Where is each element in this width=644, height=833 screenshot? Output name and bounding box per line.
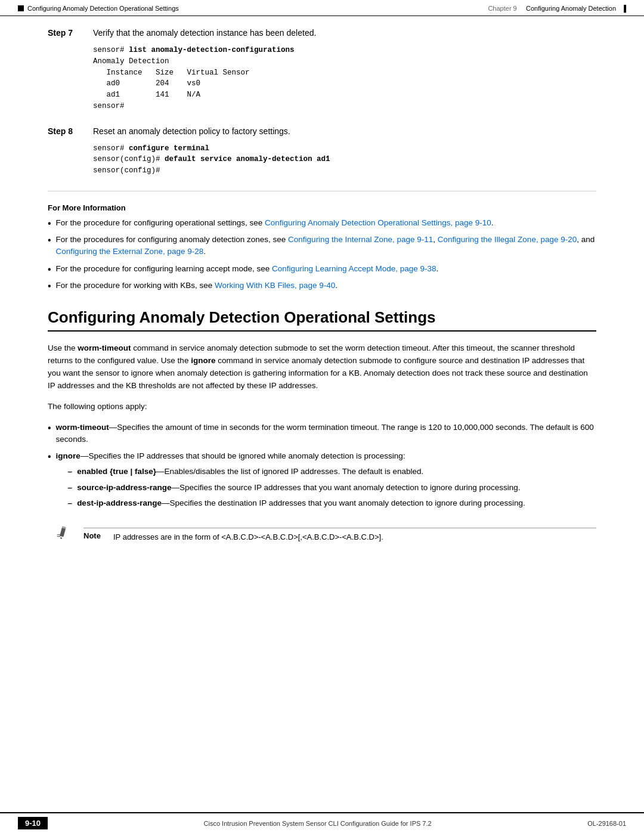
list-item-text: For the procedure for working with KBs, …	[56, 280, 338, 292]
note-icon-area	[48, 525, 78, 543]
bold-dest-ip: dest-ip-address-range	[77, 498, 162, 507]
page-container: Configuring Anomaly Detection Operationa…	[0, 0, 644, 833]
note-label: Note	[83, 531, 107, 540]
link-illegal-zone[interactable]: Configuring the Illegal Zone, page 9-20	[438, 235, 577, 244]
list-item-text: For the procedures for configuring anoma…	[56, 234, 596, 258]
step-7-label: Step 7	[48, 28, 83, 38]
code-line: sensor#	[93, 46, 129, 54]
section-heading: Configuring Anomaly Detection Operationa…	[48, 308, 596, 332]
ignore-text: ignore—Specifies the IP addresses that s…	[56, 450, 525, 513]
list-item: • For the procedures for configuring ano…	[48, 234, 596, 258]
step-8-label: Step 8	[48, 126, 83, 136]
step-8-block: Step 8 Reset an anomaly detection policy…	[48, 126, 596, 179]
note-label-wrap: Note IP addresses are in the form of <A.…	[83, 528, 596, 543]
for-more-title: For More Information	[48, 203, 596, 212]
bullet-icon: •	[48, 423, 51, 433]
following-options-para: The following options apply:	[48, 401, 596, 413]
link-external-zone[interactable]: Configuring the External Zone, page 9-28	[56, 247, 204, 256]
for-more-section: For More Information • For the procedure…	[48, 203, 596, 292]
header-breadcrumb: Configuring Anomaly Detection Operationa…	[27, 5, 179, 12]
step-8-description: Reset an anomaly detection policy to fac…	[93, 126, 596, 136]
sub-item-text: dest-ip-address-range—Specifies the dest…	[77, 497, 525, 509]
link-learning-accept-mode[interactable]: Configuring Learning Accept Mode, page 9…	[272, 264, 436, 273]
list-item: • For the procedure for working with KBs…	[48, 280, 596, 292]
bold-source-ip: source-ip-address-range	[77, 483, 171, 492]
code-line: sensor(config)#	[93, 166, 160, 175]
bold-ignore: ignore	[191, 356, 215, 365]
code-line: ad0 204 vs0	[93, 79, 200, 88]
footer-page-number: 9-10	[18, 817, 48, 829]
chapter-label: Chapter 9	[488, 5, 516, 12]
for-more-list: • For the procedure for configuring oper…	[48, 217, 596, 292]
list-item: • For the procedure for configuring oper…	[48, 217, 596, 229]
step-8-code: sensor# configure terminal sensor(config…	[93, 141, 596, 179]
sub-list-item: – source-ip-address-range—Specifies the …	[68, 482, 525, 494]
code-bold: configure terminal	[129, 144, 209, 153]
step-8-content: Reset an anomaly detection policy to fac…	[93, 126, 596, 179]
svg-marker-1	[60, 537, 62, 540]
worm-timeout-text: worm-timeout—Specifies the amount of tim…	[56, 422, 596, 446]
step-7-block: Step 7 Verify that the anomaly detection…	[48, 28, 596, 114]
options-list: • worm-timeout—Specifies the amount of t…	[48, 422, 596, 513]
main-content: Step 7 Verify that the anomaly detection…	[0, 16, 644, 812]
code-line: sensor#	[93, 102, 125, 110]
section-divider	[48, 191, 596, 191]
bullet-icon: •	[48, 281, 51, 291]
note-pencil-icon	[54, 525, 71, 541]
bullet-icon: •	[48, 452, 51, 462]
page-header: Configuring Anomaly Detection Operationa…	[0, 0, 644, 16]
bold-option-ignore: ignore	[56, 451, 80, 460]
step-7-code: sensor# list anomaly-detection-configura…	[93, 42, 596, 114]
sub-list-item: – enabled {true | false}—Enables/disable…	[68, 466, 525, 478]
code-line: sensor#	[93, 144, 129, 153]
footer-right-text: OL-29168-01	[587, 820, 626, 827]
dash-icon: –	[68, 497, 73, 509]
list-item-text: For the procedure for configuring operat…	[56, 217, 494, 229]
bold-enabled: enabled {true | false}	[77, 467, 156, 476]
intro-paragraph: Use the worm-timeout command in service …	[48, 342, 596, 392]
list-item-worm-timeout: • worm-timeout—Specifies the amount of t…	[48, 422, 596, 446]
step-7-content: Verify that the anomaly detection instan…	[93, 28, 596, 114]
bullet-icon: •	[48, 265, 51, 274]
dash-icon: –	[68, 482, 73, 494]
sub-list-item: – dest-ip-address-range—Specifies the de…	[68, 497, 525, 509]
page-footer: 9-10 Cisco Intrusion Prevention System S…	[0, 812, 644, 833]
code-line: sensor(config)#	[93, 155, 165, 163]
header-square-icon	[18, 5, 24, 11]
link-kb-files[interactable]: Working With KB Files, page 9-40	[215, 281, 335, 290]
sub-item-text: source-ip-address-range—Specifies the so…	[77, 482, 520, 494]
note-container: Note IP addresses are in the form of <A.…	[48, 521, 596, 543]
header-left: Configuring Anomaly Detection Operationa…	[18, 5, 179, 12]
bullet-icon: •	[48, 236, 51, 245]
code-bold: default service anomaly-detection ad1	[165, 155, 330, 163]
list-item-text: For the procedure for configuring learni…	[56, 263, 439, 275]
code-line: ad1 141 N/A	[93, 91, 200, 99]
list-item: • For the procedure for configuring lear…	[48, 263, 596, 275]
link-internal-zone[interactable]: Configuring the Internal Zone, page 9-11	[288, 235, 433, 244]
code-line: Instance Size Virtual Sensor	[93, 69, 250, 77]
footer-center-text: Cisco Intrusion Prevention System Sensor…	[60, 820, 575, 827]
dash-icon: –	[68, 466, 73, 478]
sub-item-text: enabled {true | false}—Enables/disables …	[77, 466, 423, 478]
bullet-icon: •	[48, 219, 51, 228]
link-operational-settings[interactable]: Configuring Anomaly Detection Operationa…	[265, 218, 491, 227]
step-7-description: Verify that the anomaly detection instan…	[93, 28, 596, 38]
header-right: Chapter 9 Configuring Anomaly Detection …	[488, 5, 626, 12]
sub-options-list: – enabled {true | false}—Enables/disable…	[68, 466, 525, 509]
chapter-title: Configuring Anomaly Detection	[526, 5, 616, 12]
list-item-ignore: • ignore—Specifies the IP addresses that…	[48, 450, 596, 513]
code-bold: list anomaly-detection-configurations	[129, 46, 295, 54]
note-text: IP addresses are in the form of <A.B.C.D…	[113, 531, 596, 543]
bold-worm-timeout: worm-timeout	[78, 343, 131, 352]
bold-option-worm: worm-timeout	[56, 423, 109, 432]
code-line: Anomaly Detection	[93, 57, 169, 66]
